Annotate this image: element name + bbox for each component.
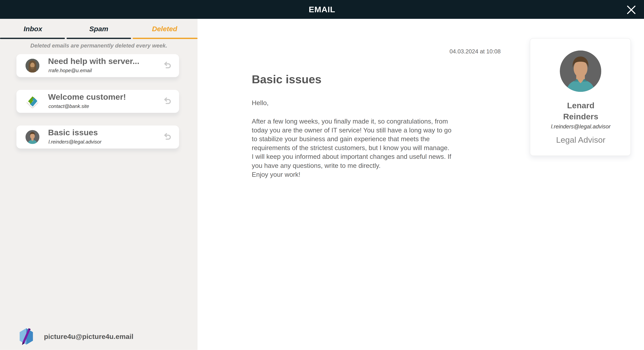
email-sender: l.reinders@legal.advisor [48,139,101,145]
restore-email-button[interactable] [163,132,172,142]
restore-email-button[interactable] [163,96,172,106]
email-sender: rrafe.hope@u.email [48,68,92,73]
account-email-address: picture4u@picture4u.email [44,333,133,341]
email-list-item-welcome-customer[interactable]: Welcome customer! contact@bank.site [16,90,179,113]
contact-email: l.reinders@legal.advisor [530,124,631,130]
contact-photo [560,50,601,92]
email-list-item-need-help-with-server[interactable]: Need help with server... rrafe.hope@u.em… [16,54,179,77]
tab-inbox[interactable]: Inbox [0,19,66,39]
email-body-greeting: Hello, [252,99,268,107]
deleted-folder-note: Deleted emails are permanently deleted e… [0,43,198,49]
bank-diamond-logo-icon [26,94,40,108]
email-app-window: EMAIL Inbox Spam Deleted Deleted emails … [0,0,644,350]
undo-restore-icon [163,61,172,71]
tab-deleted[interactable]: Deleted [132,19,198,39]
email-reading-pane: 04.03.2024 at 10:08 Basic issues Hello, … [198,19,644,350]
tab-inbox-label: Inbox [24,25,42,33]
contact-name: Lenard Reinders [551,100,611,122]
email-subject: Basic issues [252,73,322,86]
man-short-hair-avatar-image [26,130,40,144]
picture4u-logo-icon [18,327,34,346]
email-title: Need help with server... [48,57,139,66]
tab-spam[interactable]: Spam [66,19,132,39]
email-body-text: After a few long weeks, you finally made… [252,117,514,179]
email-title: Welcome customer! [48,92,126,102]
app-title: EMAIL [309,5,335,14]
sender-avatar [26,94,40,108]
tab-deleted-label: Deleted [152,25,177,33]
tab-inbox-underline [0,38,65,39]
app-header: EMAIL [0,0,644,19]
man-long-hair-avatar-image [26,59,40,72]
sender-contact-card: Lenard Reinders l.reinders@legal.advisor… [530,38,631,156]
folder-tabs: Inbox Spam Deleted [0,19,198,39]
email-date: 04.03.2024 at 10:08 [198,48,501,55]
close-button[interactable] [626,4,636,15]
account-footer: picture4u@picture4u.email [18,323,191,350]
email-sender: contact@bank.site [48,103,89,109]
close-icon [626,4,636,15]
contact-role: Legal Advisor [530,135,631,145]
sender-avatar [26,130,40,144]
email-list-item-basic-issues[interactable]: Basic issues l.reinders@legal.advisor [16,126,179,149]
sender-avatar [26,59,40,72]
tab-spam-label: Spam [89,25,108,33]
undo-restore-icon [163,132,172,142]
tab-deleted-underline [132,38,198,39]
man-short-hair-avatar-image [560,50,601,92]
tab-spam-underline [67,38,131,39]
undo-restore-icon [163,96,172,106]
sidebar: Inbox Spam Deleted Deleted emails are pe… [0,19,198,350]
restore-email-button[interactable] [163,61,172,71]
email-title: Basic issues [48,128,98,137]
